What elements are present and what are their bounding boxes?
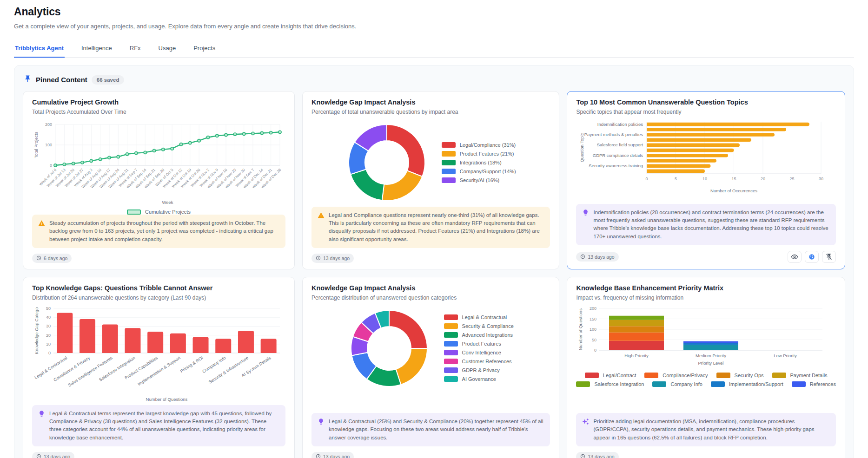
clock-icon [580, 454, 585, 458]
svg-text:Number of Occurrences: Number of Occurrences [711, 188, 758, 193]
unpin-button[interactable] [822, 251, 836, 263]
legend-item: Implementation/Support [711, 381, 783, 387]
stacked-chart-legend: Legal/ContractCompliance/PrivacySecurity… [576, 373, 836, 387]
legend-item: Company Info [652, 381, 702, 387]
clock-icon [36, 255, 41, 261]
clock-icon [316, 255, 321, 261]
svg-text:100: 100 [45, 143, 52, 147]
tab-rfx[interactable]: RFx [129, 41, 142, 57]
svg-text:150: 150 [590, 316, 596, 321]
card-subtitle: Total Projects Accumulated Over Time [32, 109, 285, 115]
svg-text:Medium Priority: Medium Priority [696, 353, 726, 358]
card-subtitle: Distribution of 264 unanswerable questio… [32, 294, 285, 301]
tab-tribblytics-agent[interactable]: Tribblytics Agent [14, 41, 65, 58]
lightbulb-icon [318, 418, 325, 442]
card-footer: 13 days ago [576, 251, 836, 263]
legend-item: Product Features [444, 341, 514, 347]
timestamp-badge: 13 days ago [576, 252, 618, 262]
cumulative-growth-line-chart: 0100200Week of Jul 6Week of Jul 13Week o… [32, 119, 285, 208]
svg-text:100: 100 [590, 327, 596, 332]
svg-text:Low Priority: Low Priority [774, 353, 797, 358]
page-subtitle: Get a complete view of your agents, proj… [14, 23, 854, 30]
note-text: Prioritize adding legal documentation (M… [593, 418, 830, 442]
card-footer: 6 days ago [32, 254, 285, 263]
saved-count-badge: 66 saved [92, 75, 125, 85]
legend-item: Legal/Compliance (31%) [442, 142, 516, 148]
page-title: Analytics [14, 6, 854, 18]
legend-item: Legal & Contractual [444, 314, 514, 320]
insight-note: Steady accumulation of projects througho… [32, 215, 285, 248]
legend-item: References [792, 381, 836, 387]
insight-note: Legal and Compliance questions represent… [311, 207, 550, 248]
legend-item: Company/Support (14%) [442, 169, 516, 174]
svg-text:0: 0 [48, 351, 51, 355]
analytics-page: Analytics Get a complete view of your ag… [0, 0, 868, 458]
card-subtitle: Specific topics that appear most frequen… [576, 109, 836, 115]
card-knowledge-gap-impact-2[interactable]: Knowledge Gap Impact Analysis Percentage… [302, 277, 559, 458]
legend-item: GDPR & Privacy [444, 367, 514, 373]
eye-icon [791, 253, 798, 261]
note-text: Legal & Contractual (25%) and Security &… [329, 418, 544, 442]
card-footer: 13 days ago [311, 452, 550, 458]
card-top-knowledge-gaps[interactable]: Top Knowledge Gaps: Questions Tribble Ca… [23, 277, 295, 458]
svg-text:Security & Infrastructure: Security & Infrastructure [208, 355, 249, 385]
card-title: Top Knowledge Gaps: Questions Tribble Ca… [32, 284, 285, 292]
unpin-icon [825, 253, 833, 261]
theme-button[interactable] [805, 251, 819, 263]
card-footer: 13 days ago [576, 452, 836, 458]
donut-legend: Legal & ContractualSecurity & Compliance… [444, 314, 514, 382]
insight-note: Prioritize adding legal documentation (M… [576, 413, 836, 446]
card-actions [788, 251, 836, 263]
legend-swatch [127, 209, 141, 215]
tab-bar: Tribblytics Agent Intelligence RFx Usage… [14, 41, 854, 58]
timestamp-badge: 13 days ago [32, 452, 74, 458]
svg-text:50: 50 [592, 337, 596, 342]
card-title: Knowledge Base Enhancement Priority Matr… [576, 284, 836, 292]
legend-item: Security/AI (16%) [442, 177, 516, 183]
card-title: Top 10 Most Common Unanswerable Question… [576, 98, 836, 106]
lightbulb-icon [38, 410, 45, 442]
legend-item: Salesforce Integration [576, 381, 644, 387]
legend-item: AI Governance [444, 376, 514, 382]
pinned-cards-grid: Cumulative Project Growth Total Projects… [23, 91, 845, 458]
topics-hbar-chart: 051015202530Indemnification policiesPaym… [576, 119, 836, 196]
tab-usage[interactable]: Usage [158, 41, 177, 57]
note-text: Legal & Contractual terms represent the … [49, 410, 279, 442]
svg-text:Number of Questions: Number of Questions [578, 308, 583, 350]
card-title: Knowledge Gap Impact Analysis [311, 284, 550, 292]
insight-note: Legal & Contractual (25%) and Security &… [311, 413, 550, 446]
svg-text:Question Topic: Question Topic [579, 133, 584, 162]
legend-item: Legal/Contract [585, 373, 636, 378]
svg-text:Priority Level: Priority Level [698, 360, 724, 366]
legend-item: Conv Intelligence [444, 350, 514, 355]
card-subtitle: Impact vs. frequency of missing informat… [576, 294, 836, 301]
insight-note: Indemnification policies (28 occurrences… [576, 204, 836, 245]
warning-icon [318, 212, 325, 243]
legend-item: Security & Compliance [444, 323, 514, 329]
knowledge-gaps-bar-chart: 01020304050Legal & ContractualCompliance… [32, 305, 285, 405]
priority-matrix-stacked-chart: 050100150200High PriorityMedium Priority… [576, 305, 836, 370]
card-top10-unanswerable-topics[interactable]: Top 10 Most Common Unanswerable Question… [567, 91, 845, 269]
line-chart-legend: Cumulative Projects [32, 209, 285, 215]
impact-area-donut-chart: Legal/Compliance (31%)Product Features (… [311, 119, 550, 206]
view-button[interactable] [788, 251, 802, 263]
svg-text:25: 25 [790, 177, 795, 181]
tab-intelligence[interactable]: Intelligence [80, 41, 113, 57]
card-cumulative-project-growth[interactable]: Cumulative Project Growth Total Projects… [23, 91, 295, 269]
note-text: Steady accumulation of projects througho… [49, 219, 279, 243]
pinned-content-header: Pinned Content 66 saved [23, 73, 845, 91]
timestamp-badge: 6 days ago [32, 254, 72, 263]
card-subtitle: Percentage of total unanswerable questio… [311, 109, 550, 115]
tab-projects[interactable]: Projects [192, 41, 216, 57]
svg-text:Indemnification policies: Indemnification policies [597, 122, 643, 127]
svg-text:30: 30 [46, 324, 51, 328]
legend-item: Customer References [444, 359, 514, 364]
theme-icon [808, 253, 815, 261]
timestamp-badge: 13 days ago [311, 254, 354, 263]
svg-text:5: 5 [675, 177, 677, 181]
card-priority-matrix[interactable]: Knowledge Base Enhancement Priority Matr… [567, 277, 845, 458]
svg-text:Number of Questions: Number of Questions [146, 397, 188, 402]
svg-text:20: 20 [761, 177, 765, 181]
card-knowledge-gap-impact-1[interactable]: Knowledge Gap Impact Analysis Percentage… [302, 91, 559, 269]
card-subtitle: Percentage distribution of unanswered qu… [311, 294, 550, 301]
